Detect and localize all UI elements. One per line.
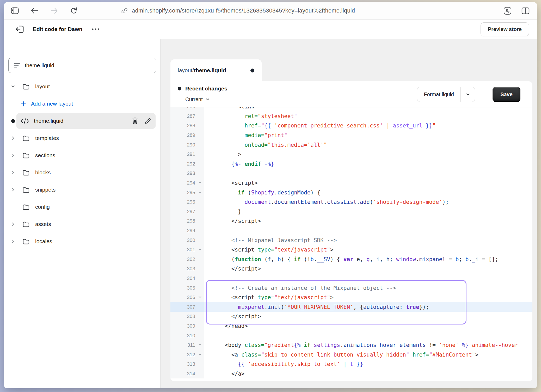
code-line-294[interactable]: 294 <script> — [170, 178, 532, 188]
sidebar-item-sections[interactable]: sections — [8, 148, 156, 163]
line-number[interactable]: 295 — [170, 188, 204, 197]
code-line-288[interactable]: 288 href="{{ 'component-predictive-searc… — [170, 121, 532, 131]
code-line-313[interactable]: 313 {{ 'accessibility.skip_to_text' | t … — [170, 359, 532, 369]
line-number[interactable]: 300 — [170, 235, 204, 245]
code-line-297[interactable]: 297 } — [170, 207, 532, 217]
forward-icon[interactable] — [50, 7, 58, 14]
page-settings-icon[interactable] — [503, 7, 512, 15]
line-number[interactable]: 291 — [170, 150, 204, 159]
code-line-306[interactable]: 306 <script type="text/javascript"> — [170, 293, 532, 302]
code-line-296[interactable]: 296 document.documentElement.classList.a… — [170, 197, 532, 207]
line-number[interactable]: 302 — [170, 255, 204, 264]
address-url[interactable]: admin.shopify.com/store/rzq1xu-f5/themes… — [132, 7, 355, 14]
chevron-down-icon[interactable] — [8, 84, 18, 89]
code-line-308[interactable]: 308 </script> — [170, 312, 532, 321]
preview-store-button[interactable]: Preview store — [481, 22, 529, 36]
tab-theme-liquid[interactable]: layout/theme.liquid — [170, 59, 262, 81]
code-line-293[interactable]: 293 — [170, 169, 532, 178]
line-number[interactable]: 296 — [170, 197, 204, 207]
code-line-295[interactable]: 295 if (Shopify.designMode) { — [170, 188, 532, 197]
sidebar-item-assets[interactable]: assets — [8, 216, 156, 232]
line-number[interactable]: 308 — [170, 312, 204, 321]
line-number[interactable]: 306 — [170, 293, 204, 302]
line-number[interactable]: 294 — [170, 178, 204, 188]
line-number[interactable]: 297 — [170, 207, 204, 217]
fold-chevron-icon[interactable] — [198, 180, 202, 186]
code-line-304[interactable]: 304 — [170, 274, 532, 283]
code-line-286[interactable]: 286 <link — [170, 107, 532, 112]
code-line-300[interactable]: 300 <!-- Mixpanel Javascript SDK --> — [170, 235, 532, 245]
search-input[interactable] — [25, 62, 156, 69]
chevron-right-icon[interactable] — [8, 153, 18, 158]
line-number[interactable]: 299 — [170, 226, 204, 236]
file-search-box[interactable] — [8, 58, 156, 73]
code-line-305[interactable]: 305 <!-- Create an instance of the Mixpa… — [170, 283, 532, 293]
code-editor[interactable]: 286 <link287 rel="stylesheet"288 href="{… — [170, 107, 532, 381]
fold-chevron-icon[interactable] — [198, 352, 202, 358]
format-dropdown-toggle[interactable] — [461, 87, 475, 102]
line-number[interactable]: 310 — [170, 331, 204, 340]
code-line-312[interactable]: 312 <a class="skip-to-content-link butto… — [170, 350, 532, 359]
line-number[interactable]: 309 — [170, 321, 204, 331]
line-number[interactable]: 288 — [170, 121, 204, 131]
code-line-314[interactable]: 314 </a> — [170, 369, 532, 379]
pencil-icon[interactable] — [144, 117, 151, 125]
code-line-309[interactable]: 309 </head> — [170, 321, 532, 331]
code-line-302[interactable]: 302 (function (f, b) { if (!b.__SV) { va… — [170, 255, 532, 264]
fold-chevron-icon[interactable] — [198, 190, 202, 196]
save-button[interactable]: Save — [493, 87, 520, 102]
chevron-right-icon[interactable] — [8, 136, 18, 141]
code-line-291[interactable]: 291 > — [170, 150, 532, 159]
chevron-right-icon[interactable] — [8, 187, 18, 192]
line-number[interactable]: 305 — [170, 283, 204, 293]
sidebar-item-locales[interactable]: locales — [8, 234, 156, 249]
code-line-289[interactable]: 289 media="print" — [170, 131, 532, 140]
trash-icon[interactable] — [132, 117, 138, 125]
code-line-307[interactable]: 307 mixpanel.init('YOUR_MIXPANEL_TOKEN',… — [170, 302, 532, 312]
line-number[interactable]: 301 — [170, 245, 204, 255]
line-number[interactable]: 290 — [170, 140, 204, 150]
line-number[interactable]: 313 — [170, 359, 204, 369]
code-line-290[interactable]: 290 onload="this.media='all'" — [170, 140, 532, 150]
line-number[interactable]: 304 — [170, 274, 204, 283]
line-number[interactable]: 298 — [170, 216, 204, 226]
sidebar-item-layout[interactable]: layout — [8, 79, 156, 94]
code-line-311[interactable]: 311 <body class="gradient{% if settings.… — [170, 340, 532, 350]
sidebar-item-snippets[interactable]: snippets — [8, 182, 156, 198]
line-number[interactable]: 289 — [170, 131, 204, 140]
line-number[interactable]: 286 — [170, 107, 204, 112]
line-number[interactable]: 314 — [170, 369, 204, 379]
fold-chevron-icon[interactable] — [198, 342, 202, 348]
sidebar-item-config[interactable]: config — [8, 199, 156, 215]
back-icon[interactable] — [30, 7, 39, 14]
line-number[interactable]: 293 — [170, 169, 204, 178]
sidebar-item-templates[interactable]: templates — [8, 130, 156, 146]
fold-chevron-icon[interactable] — [198, 295, 202, 301]
line-number[interactable]: 312 — [170, 350, 204, 359]
split-view-icon[interactable] — [521, 7, 530, 14]
code-line-292[interactable]: 292 {%- endif -%} — [170, 159, 532, 169]
format-liquid-button[interactable]: Format liquid — [417, 87, 475, 102]
code-line-298[interactable]: 298 </script> — [170, 216, 532, 226]
sidebar-item-blocks[interactable]: blocks — [8, 165, 156, 180]
sidebar-item-add-a-new-layout[interactable]: Add a new layout — [8, 96, 156, 112]
exit-editor-icon[interactable] — [15, 25, 24, 34]
version-dropdown[interactable]: Current — [185, 96, 210, 102]
line-number[interactable]: 287 — [170, 112, 204, 121]
sidebar-toggle-icon[interactable] — [11, 7, 19, 14]
fold-chevron-icon[interactable] — [198, 247, 202, 253]
code-line-287[interactable]: 287 rel="stylesheet" — [170, 112, 532, 121]
line-number[interactable]: 303 — [170, 264, 204, 274]
chevron-right-icon[interactable] — [8, 222, 18, 227]
line-number[interactable]: 292 — [170, 159, 204, 169]
sidebar-item-theme-liquid[interactable]: theme.liquid — [16, 113, 156, 129]
more-options-icon[interactable] — [91, 28, 100, 31]
reload-icon[interactable] — [70, 7, 78, 15]
line-number[interactable]: 311 — [170, 340, 204, 350]
code-line-301[interactable]: 301 <script type="text/javascript"> — [170, 245, 532, 255]
chevron-right-icon[interactable] — [8, 239, 18, 244]
chevron-right-icon[interactable] — [8, 170, 18, 175]
code-line-303[interactable]: 303 </script> — [170, 264, 532, 274]
line-number[interactable]: 307 — [170, 302, 204, 312]
code-line-310[interactable]: 310 — [170, 331, 532, 340]
